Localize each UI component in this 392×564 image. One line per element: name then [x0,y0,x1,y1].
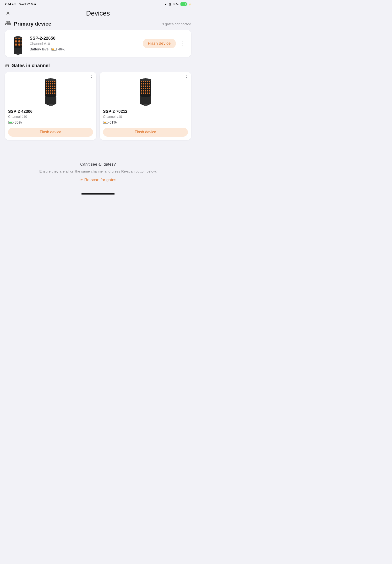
svg-point-83 [143,81,144,82]
svg-point-13 [15,40,16,41]
charging-icon: ⚡ [188,3,191,5]
svg-point-47 [48,81,49,82]
svg-point-99 [145,88,146,89]
svg-point-73 [50,93,51,94]
svg-point-89 [145,83,146,84]
gate-2-more-button[interactable]: ⋮ [184,74,189,80]
gate-2-channel: Channel #10 [103,115,188,119]
primary-device-actions: Flash device ⋮ [143,39,186,48]
status-time: 7:34 am [5,2,16,6]
status-time-date: 7:34 am Wed 22 Mar [5,2,36,6]
gate-2-image [103,75,188,106]
svg-point-9 [16,38,17,39]
svg-point-85 [147,81,148,82]
gate-1-more-button[interactable]: ⋮ [89,74,94,80]
svg-point-90 [147,83,148,84]
primary-flash-button[interactable]: Flash device [143,39,176,48]
svg-point-26 [19,42,20,43]
status-icons: ▲ ◎ 88% ⚡ [164,2,191,6]
svg-point-111 [149,93,150,94]
svg-point-61 [46,88,47,89]
gate-1-flash-button[interactable]: Flash device [8,128,93,137]
primary-device-image [10,34,26,53]
svg-point-29 [16,44,17,45]
svg-point-32 [21,44,22,45]
location-icon: ◎ [169,2,171,6]
status-bar: 7:34 am Wed 22 Mar ▲ ◎ 88% ⚡ [0,0,196,7]
battery-label: Battery level [30,47,49,51]
svg-point-65 [54,88,55,89]
svg-point-1 [6,24,7,25]
svg-point-69 [52,90,53,91]
gate-2-name: SSP-2-70212 [103,109,188,114]
gate-card-2: ⋮ [100,72,191,140]
main-content: Primary device 3 gates connected [0,21,196,140]
svg-point-25 [18,42,19,43]
svg-point-75 [54,93,55,94]
primary-device-channel: Channel #10 [30,41,139,46]
svg-point-97 [140,88,142,89]
svg-rect-2 [7,24,11,25]
svg-point-18 [15,41,16,42]
svg-point-64 [52,88,53,89]
svg-point-50 [54,81,55,82]
home-indicator [0,190,196,196]
svg-rect-112 [143,104,147,106]
battery-icon-primary [51,48,57,51]
svg-point-84 [145,81,146,82]
gate-1-image [8,75,93,106]
svg-point-108 [143,93,144,94]
svg-point-16 [19,40,20,41]
svg-rect-76 [49,104,53,106]
svg-point-55 [54,83,55,84]
svg-point-60 [54,85,55,87]
svg-point-94 [145,85,146,87]
svg-point-88 [143,83,144,84]
primary-more-button[interactable]: ⋮ [179,40,186,47]
svg-point-66 [46,90,47,91]
svg-point-86 [149,81,150,82]
gates-section-header: Gates in channel [5,63,191,69]
svg-point-10 [18,38,19,39]
primary-battery-row: Battery level 46% [30,47,139,51]
svg-point-92 [140,85,142,87]
svg-point-62 [48,88,49,89]
svg-point-98 [143,88,144,89]
help-description: Ensure they are all on the same channel … [5,169,191,174]
svg-rect-40 [6,66,8,67]
svg-point-14 [16,40,17,41]
svg-point-22 [21,41,22,42]
svg-point-37 [21,45,22,46]
svg-point-104 [145,90,146,91]
gates-grid: ⋮ [5,72,191,140]
header: ✕ Devices [0,7,196,21]
svg-point-46 [46,81,47,82]
svg-point-71 [46,93,47,94]
svg-point-28 [15,44,16,45]
home-bar [81,193,115,194]
svg-point-15 [18,40,19,41]
svg-point-19 [16,41,17,42]
svg-point-17 [21,40,22,41]
svg-point-87 [140,83,142,84]
primary-title-row: Primary device [5,21,51,27]
gate-2-flash-button[interactable]: Flash device [103,128,188,137]
gate-1-battery: 85% [8,120,93,124]
rescan-button[interactable]: ⟳ Re-scan for gates [80,178,116,182]
help-title: Can't see all gates? [5,162,191,167]
help-section: Can't see all gates? Ensure they are all… [0,148,196,190]
close-button[interactable]: ✕ [5,9,11,17]
svg-point-34 [16,45,17,46]
rescan-icon: ⟳ [80,178,83,182]
svg-point-57 [48,85,49,87]
gate-1-name: SSP-2-42306 [8,109,93,114]
svg-point-68 [50,90,51,91]
gate-1-battery-pct: 85% [14,120,22,124]
svg-point-59 [52,85,53,87]
primary-section-header: Primary device 3 gates connected [5,21,191,27]
svg-point-82 [140,81,142,82]
svg-point-21 [19,41,20,42]
svg-point-52 [48,83,49,84]
gates-connected-label: 3 gates connected [162,22,191,26]
svg-point-20 [18,41,19,42]
